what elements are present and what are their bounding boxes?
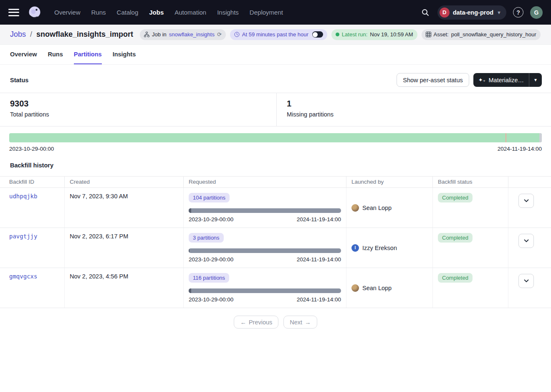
deployment-switcher[interactable]: D data-eng-prod ▼ [437,5,506,20]
sparkle-icon: ✦₊ [478,77,486,83]
nav-item-catalog[interactable]: Catalog [117,9,139,16]
backfill-created: Nov 7, 2023, 9:30 AM [65,188,184,228]
total-partitions-value: 9303 [10,99,266,109]
next-page-button[interactable]: Next → [283,316,317,329]
primary-nav: Overview Runs Catalog Jobs Automation In… [54,9,283,16]
previous-page-button[interactable]: ← Previous [234,316,278,329]
arrow-right-icon: → [305,319,311,326]
latest-run-badge: Latest run: Nov 19, 10:59 AM [331,29,417,40]
job-badge-prefix: Job in [152,31,167,38]
user-avatar: I [351,244,359,252]
requested-range-end: 2024-11-19-14:00 [297,216,341,223]
tab-insights[interactable]: Insights [113,45,136,64]
tab-partitions[interactable]: Partitions [74,45,102,64]
requested-partitions-pill[interactable]: 104 partitions [189,193,230,202]
status-header-row: Status Show per-asset status ✦₊ Material… [0,65,551,93]
latest-run-label: Latest run: [342,31,367,38]
table-row: udhpqjkb Nov 7, 2023, 9:30 AM 104 partit… [0,188,551,228]
asset-badge: Asset: poll_snowflake_query_history_hour [422,29,541,40]
job-repo-link[interactable]: snowflake_insights [169,31,215,38]
table-row: pavgtjjy Nov 2, 2023, 6:17 PM 3 partitio… [0,228,551,268]
row-expand-button[interactable] [518,194,534,208]
materialize-dropdown-caret[interactable]: ▼ [529,73,542,87]
requested-range-start: 2023-10-29-00:00 [189,296,233,303]
nav-item-automation[interactable]: Automation [174,9,206,16]
page-title: snowflake_insights_import [36,30,133,39]
health-bar-endcap [539,133,542,142]
col-backfill-status: Backfill status [433,177,508,187]
deployment-badge: D [440,8,450,18]
search-icon[interactable] [420,7,431,18]
nav-item-jobs[interactable]: Jobs [149,9,164,16]
schedule-toggle[interactable] [312,31,323,38]
launched-by-name: Sean Lopp [362,205,392,211]
breadcrumb-separator: / [30,30,32,39]
backfill-id-link[interactable]: gmqvgcxs [9,273,37,280]
status-dot-icon [336,33,339,36]
row-expand-button[interactable] [518,234,534,248]
backfill-history-title: Backfill history [0,152,551,176]
backfill-status-badge: Completed [438,273,473,283]
status-section-title: Status [10,77,28,83]
asset-badge-label: Asset: [434,31,449,38]
requested-partitions-pill[interactable]: 3 partitions [189,233,224,243]
job-graph-icon [144,32,149,37]
total-partitions-label: Total partitions [10,111,266,118]
help-icon[interactable]: ? [513,7,523,18]
requested-range-start: 2023-10-29-00:00 [189,256,233,263]
deployment-name: data-eng-prod [453,9,493,16]
requested-partitions-pill[interactable]: 116 partitions [189,273,229,283]
requested-range-bar [189,248,341,253]
requested-range-end: 2024-11-19-14:00 [297,256,341,263]
hamburger-menu-icon[interactable] [8,9,19,16]
latest-run-value[interactable]: Nov 19, 10:59 AM [370,31,413,38]
missing-partitions-stat: 1 Missing partitions [277,93,344,126]
user-avatar[interactable]: G [530,6,543,19]
reload-icon[interactable]: ⟳ [217,31,222,38]
user-avatar [351,204,359,212]
nav-item-deployment[interactable]: Deployment [250,9,283,16]
user-avatar [351,284,359,292]
materialize-button[interactable]: ✦₊ Materialize… ▼ [473,73,542,87]
col-actions [508,177,551,187]
materialize-label: Materialize… [488,77,524,83]
requested-range-bar [189,208,341,213]
nav-item-overview[interactable]: Overview [54,9,81,16]
tab-runs[interactable]: Runs [48,45,63,64]
requested-range-end: 2024-11-19-14:00 [297,296,341,303]
col-created: Created [65,177,184,187]
requested-range-bar [189,288,341,293]
nav-item-runs[interactable]: Runs [91,9,106,16]
nav-item-insights[interactable]: Insights [217,9,239,16]
tab-overview[interactable]: Overview [10,45,37,64]
col-backfill-id: Backfill ID [0,177,65,187]
partition-health-bar[interactable] [9,133,542,142]
dagster-logo-icon[interactable] [27,5,43,20]
backfill-created: Nov 2, 2023, 6:17 PM [65,228,184,268]
asset-badge-value[interactable]: poll_snowflake_query_history_hour [451,31,536,38]
backfill-status-badge: Completed [438,193,473,202]
backfill-status-badge: Completed [438,233,473,243]
schedule-badge: At 59 minutes past the hour [230,29,327,40]
job-repo-badge: Job in snowflake_insights ⟳ [140,29,226,40]
pagination: ← Previous Next → [0,308,551,336]
table-row: gmqvgcxs Nov 2, 2023, 4:56 PM 116 partit… [0,268,551,308]
backfill-created: Nov 2, 2023, 4:56 PM [65,268,184,308]
breadcrumb-bar: Jobs / snowflake_insights_import Job in … [0,25,551,45]
top-nav: Overview Runs Catalog Jobs Automation In… [0,0,551,25]
health-range-end: 2024-11-19-14:00 [498,146,542,152]
job-tabs: Overview Runs Partitions Insights [0,45,551,65]
show-per-asset-status-button[interactable]: Show per-asset status [397,73,469,87]
chevron-down-icon: ▼ [497,10,501,15]
total-partitions-stat: 9303 Total partitions [0,93,277,126]
launched-by-name: Izzy Erekson [362,245,397,251]
launched-by-name: Sean Lopp [362,285,392,291]
backfill-id-link[interactable]: pavgtjjy [9,233,37,240]
schedule-badge-label: At 59 minutes past the hour [242,31,308,38]
backfill-id-link[interactable]: udhpqjkb [9,193,37,200]
partition-health-section: 2023-10-29-00:00 2024-11-19-14:00 [0,126,551,152]
breadcrumb-jobs-link[interactable]: Jobs [10,30,26,39]
health-range-start: 2023-10-29-00:00 [9,146,54,152]
partition-stats: 9303 Total partitions 1 Missing partitio… [0,93,551,126]
row-expand-button[interactable] [518,274,534,288]
